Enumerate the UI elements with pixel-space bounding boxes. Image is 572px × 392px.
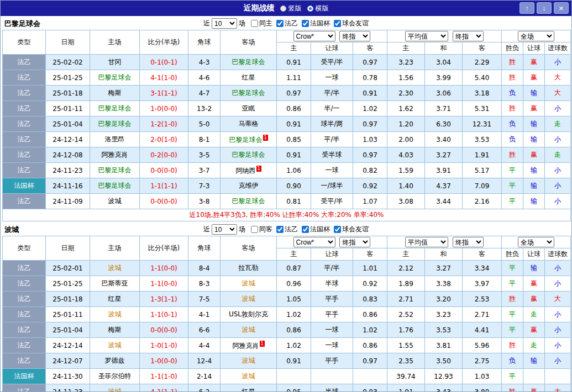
away-team-cell: 马蒂格 (221, 116, 277, 132)
ah-line-cell: 平手 (311, 353, 353, 369)
eu-home-odds-cell: 1.56 (387, 70, 425, 86)
date-cell: 24-11-09 (46, 194, 90, 209)
close-button[interactable]: × (554, 2, 569, 14)
team-text: 波城 (242, 372, 255, 380)
handicap-result-cell: 赢 (523, 70, 545, 86)
date-cell: 25-01-18 (46, 86, 90, 101)
filter-checkbox-0[interactable]: 同主 (251, 19, 272, 28)
col-header-result: 胜负 (502, 43, 523, 55)
scroll-up-button[interactable]: ↑ (519, 2, 534, 14)
date-cell: 25-01-25 (46, 276, 90, 292)
eu-draw-odds-cell: 3.44 (425, 194, 463, 209)
corner-cell: 4-3 (188, 55, 221, 70)
team-text: 波城 (108, 310, 122, 318)
eu-draw-odds-cell: 3.81 (425, 338, 463, 353)
euro-odds-source-select[interactable]: 平均值 (405, 237, 448, 247)
eu-away-odds-cell: 3.34 (463, 261, 502, 276)
ah-line-cell: 一球 (311, 322, 353, 338)
checkbox-icon[interactable] (302, 20, 309, 27)
score-cell: 0-1(0-1) (140, 55, 188, 70)
eu-draw-odds-cell: 3.06 (425, 86, 463, 101)
team-text: 阿纳西 (236, 167, 256, 174)
ah-home-odds-cell: 0.97 (277, 86, 311, 101)
corner-cell: 6-2 (188, 384, 221, 392)
goals-result-cell: 走 (545, 147, 571, 163)
ah-away-odds-cell (353, 369, 387, 384)
checkbox-icon[interactable] (276, 226, 284, 233)
match-count-select[interactable]: 10 (212, 18, 237, 29)
result-cell: 负 (502, 353, 523, 369)
score-cell: 1-1(0-0) (140, 276, 188, 292)
col-header-handicap-result: 让球 (523, 43, 545, 55)
team-text: 波城 (108, 341, 122, 349)
goals-result-cell: 大 (545, 86, 571, 101)
match-count-select[interactable]: 10 (212, 224, 237, 235)
checkbox-label: 球会友谊 (342, 225, 369, 234)
scroll-down-button[interactable]: ↓ (537, 2, 552, 14)
corner-cell: 4-6 (188, 70, 221, 86)
date-cell: 25-01-04 (46, 116, 90, 132)
results-tbody: 法乙 25-02-01 波城 1-1(0-0) 8-4 拉瓦勒 0.87 平/半… (3, 261, 571, 392)
result-scope-select[interactable]: 全场 (518, 31, 554, 41)
radio-horizontal-layout[interactable]: 横版 (307, 4, 329, 13)
eu-home-odds-cell: 1.55 (387, 338, 425, 353)
team-text: 洛里昂 (105, 135, 125, 143)
corner-cell: 8-1 (188, 132, 221, 147)
date-cell: 24-11-23 (46, 384, 90, 392)
col-header-home: 主场 (90, 236, 140, 261)
euro-odds-time-select[interactable]: 终指 (453, 237, 484, 247)
score-cell: 0-0(0-0) (140, 194, 188, 209)
checkbox-icon[interactable] (334, 20, 341, 27)
handicap-result-cell: 输 (523, 261, 545, 276)
odds-company-select[interactable]: Crow* (293, 237, 335, 247)
filter-checkbox-0[interactable]: 同客 (251, 225, 272, 234)
date-cell: 24-12-07 (46, 353, 90, 369)
eu-home-odds-cell: 2.00 (387, 132, 425, 147)
odds-company-select[interactable]: Crow* (293, 31, 335, 41)
eu-home-odds-cell: 4.03 (387, 147, 425, 163)
checkbox-icon[interactable] (334, 226, 341, 233)
ah-home-odds-cell: 1.06 (277, 163, 311, 178)
results-table: 类型 日期 主场 比分(半场) 角球 客场 Crow* 终指 平均值 终指 (2, 236, 571, 392)
table-row: 法乙 24-12-14 波城 1-0(1-0) 4-4 阿雅克肖1 1.02 一… (3, 338, 571, 353)
euro-odds-source-select[interactable]: 平均值 (405, 31, 448, 41)
filter-checkbox-3[interactable]: 球会友谊 (334, 225, 369, 234)
team-text: 拉瓦勒 (239, 264, 259, 272)
filter-checkbox-1[interactable]: 法乙 (276, 19, 298, 28)
euro-odds-time-select[interactable]: 终指 (453, 31, 484, 41)
titlebar-buttons: ↑ ↓ × (519, 2, 569, 14)
result-cell: 胜 (502, 338, 523, 353)
eu-away-odds-cell: 2.75 (463, 353, 502, 369)
eu-draw-odds-cell: 3.50 (425, 353, 463, 369)
filter-checkbox-2[interactable]: 法国杯 (302, 19, 330, 28)
asian-odds-time-select[interactable]: 终指 (339, 237, 370, 247)
asian-odds-time-select[interactable]: 终指 (339, 31, 370, 41)
radio-horizontal-label: 横版 (316, 4, 329, 13)
filter-checkbox-2[interactable]: 法国杯 (302, 225, 330, 234)
goals-result-cell (545, 369, 571, 384)
ah-home-odds-cell: 0.87 (277, 261, 311, 276)
goals-result-cell: 小 (545, 353, 571, 369)
col-header-handicap-result: 让球 (523, 248, 545, 261)
result-scope-select[interactable]: 全场 (518, 237, 554, 247)
corner-cell: 4-7 (188, 86, 221, 101)
col-header-goals-result: 进球数 (545, 43, 571, 55)
filter-checkbox-1[interactable]: 法乙 (276, 225, 298, 234)
radio-vertical-label: 竖版 (288, 4, 302, 13)
radio-vertical-layout[interactable]: 竖版 (280, 4, 302, 13)
eu-home-odds-cell: 1.62 (387, 101, 425, 116)
checkbox-icon[interactable] (302, 226, 309, 233)
table-row: 法乙 24-12-07 罗德兹 1-0(0-0) 12-4 波城 0.91 平手… (3, 353, 571, 369)
checkbox-icon[interactable] (251, 20, 258, 27)
team-text: 波城 (242, 279, 255, 287)
corner-cell: 4-4 (188, 338, 221, 353)
goals-result-cell: 小 (545, 307, 571, 322)
ah-home-odds-cell: 0.90 (277, 178, 311, 194)
red-card-badge: 1 (260, 341, 265, 347)
checkbox-icon[interactable] (276, 20, 284, 27)
team-text: 巴黎足球会 (232, 89, 265, 97)
checkbox-icon[interactable] (251, 226, 258, 233)
col-header-result: 胜负 (502, 248, 523, 261)
result-cell: 胜 (502, 384, 523, 392)
filter-checkbox-3[interactable]: 球会友谊 (334, 19, 369, 28)
